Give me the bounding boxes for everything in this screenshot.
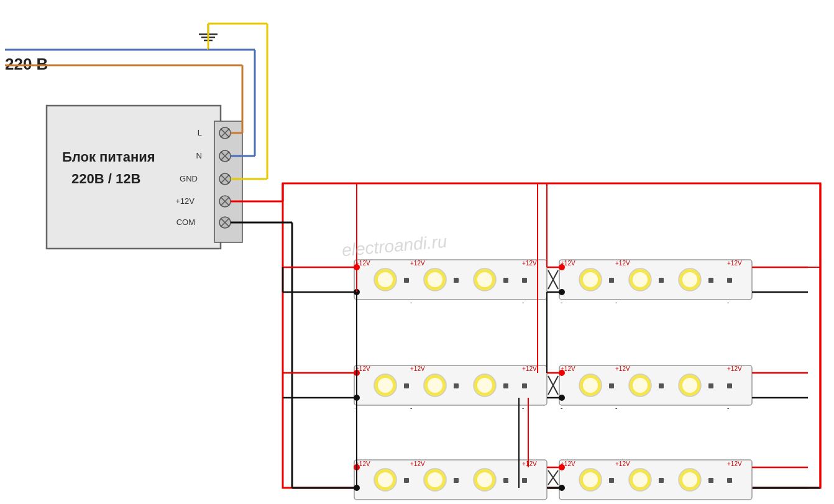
svg-text:+12V: +12V — [522, 460, 537, 467]
svg-rect-61 — [522, 278, 527, 283]
svg-point-55 — [428, 272, 442, 287]
svg-text:+12V: +12V — [175, 196, 195, 206]
svg-point-146 — [378, 472, 393, 487]
svg-point-57 — [477, 272, 492, 287]
svg-rect-60 — [503, 278, 508, 283]
svg-text:COM: COM — [176, 218, 195, 227]
svg-text:-: - — [410, 405, 412, 411]
svg-rect-80 — [727, 278, 732, 283]
svg-point-99 — [378, 378, 393, 393]
svg-rect-59 — [454, 278, 459, 283]
svg-text:+12V: +12V — [410, 260, 425, 267]
svg-rect-79 — [708, 278, 713, 283]
svg-text:L: L — [198, 128, 202, 137]
svg-rect-170 — [727, 478, 732, 483]
svg-point-53 — [378, 272, 393, 287]
svg-rect-41 — [283, 183, 820, 488]
svg-rect-126 — [727, 383, 732, 388]
svg-text:-: - — [727, 405, 729, 411]
svg-text:+12V: +12V — [615, 365, 630, 372]
svg-rect-167 — [609, 478, 614, 483]
svg-rect-123 — [609, 383, 614, 388]
svg-text:-: - — [561, 405, 562, 411]
svg-rect-107 — [522, 383, 527, 388]
svg-point-148 — [428, 472, 442, 487]
svg-text:-: - — [522, 405, 524, 411]
svg-point-162 — [583, 472, 598, 487]
svg-rect-154 — [522, 478, 527, 483]
svg-rect-78 — [659, 278, 664, 283]
svg-text:-: - — [410, 299, 412, 306]
svg-rect-152 — [454, 478, 459, 483]
svg-text:+12V: +12V — [727, 260, 742, 267]
svg-rect-105 — [454, 383, 459, 388]
svg-text:220В / 12В: 220В / 12В — [71, 171, 140, 186]
svg-point-118 — [583, 378, 598, 393]
svg-text:+12V: +12V — [410, 365, 425, 372]
wiring-diagram: 220 В Блок питания 220В / 12В L N GND +1… — [0, 0, 834, 504]
svg-rect-124 — [659, 383, 664, 388]
svg-rect-77 — [609, 278, 614, 283]
svg-text:+12V: +12V — [410, 460, 425, 467]
svg-text:Блок питания: Блок питания — [62, 149, 155, 165]
svg-rect-58 — [404, 278, 409, 283]
svg-point-122 — [682, 378, 697, 393]
svg-rect-169 — [708, 478, 713, 483]
svg-text:+12V: +12V — [522, 365, 537, 372]
svg-rect-153 — [503, 478, 508, 483]
svg-text:-: - — [561, 299, 562, 306]
svg-point-120 — [633, 378, 648, 393]
svg-point-72 — [583, 272, 598, 287]
svg-point-166 — [682, 472, 697, 487]
svg-text:N: N — [196, 151, 202, 160]
svg-text:-: - — [615, 299, 617, 306]
svg-point-164 — [633, 472, 648, 487]
svg-text:+12V: +12V — [615, 460, 630, 467]
svg-point-76 — [682, 272, 697, 287]
svg-rect-125 — [708, 383, 713, 388]
svg-text:+12V: +12V — [522, 260, 537, 267]
svg-text:GND: GND — [180, 174, 198, 183]
svg-point-74 — [633, 272, 648, 287]
svg-rect-106 — [503, 383, 508, 388]
svg-rect-168 — [659, 478, 664, 483]
svg-text:-: - — [615, 405, 617, 411]
svg-rect-151 — [404, 478, 409, 483]
svg-rect-104 — [404, 383, 409, 388]
svg-text:+12V: +12V — [727, 460, 742, 467]
svg-point-101 — [428, 378, 442, 393]
svg-text:220 В: 220 В — [5, 55, 48, 73]
svg-text:-: - — [727, 299, 729, 306]
svg-text:+12V: +12V — [727, 365, 742, 372]
svg-point-150 — [477, 472, 492, 487]
svg-text:-: - — [522, 299, 524, 306]
svg-point-103 — [477, 378, 492, 393]
svg-text:+12V: +12V — [615, 260, 630, 267]
